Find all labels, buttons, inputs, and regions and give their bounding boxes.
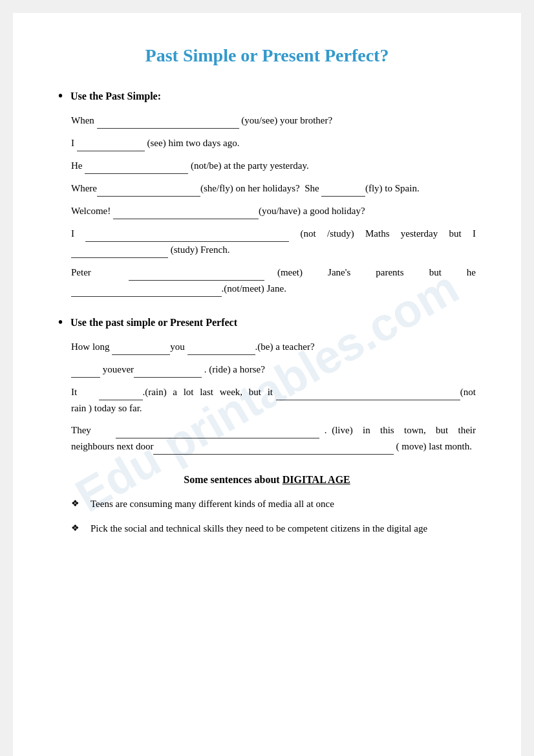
blank [97,113,239,129]
digital-title-text: Some sentences about [184,474,282,485]
list-item: When (you/see) your brother? [71,113,476,129]
list-item: Welcome! (you/have) a good holiday? [71,203,476,219]
list-item: It .(rain) a lot last week, but it (not … [71,384,476,416]
exercise-text: When (you/see) your brother? [71,113,476,129]
blank [99,384,143,400]
exercise-text: Peter (meet) Jane's parents but he .(not… [71,265,476,297]
exercise-text: Where (she/fly) on her holidays? She (fl… [71,180,476,197]
blank [71,362,100,378]
exercise-text: youever . (ride) a horse? [71,362,476,378]
list-item: youever . (ride) a horse? [71,362,476,378]
bullet-icon-2: • [58,315,63,330]
exercise-text: How long you .(be) a teacher? [71,339,476,355]
blank [276,384,460,400]
digital-title-underlined: DIGITAL AGE [283,474,350,485]
blank [97,180,200,197]
blank [153,438,393,455]
content: Past Simple or Present Perfect? • Use th… [58,45,476,537]
exercise-text: He (not/be) at the party yesterday. [71,158,476,174]
list-item: Pick the social and technical skills the… [78,521,476,537]
section-past-simple: • Use the Past Simple: When (you/see) yo… [58,89,476,297]
blank [321,180,365,197]
exercise-list-2: How long you .(be) a teacher? youever . … [58,339,476,455]
section-past-or-present: • Use the past simple or Present Perfect… [58,315,476,455]
list-item: They . (live) in this town, but their ne… [71,422,476,455]
exercise-text: They . (live) in this town, but their ne… [71,422,476,455]
section2-header: • Use the past simple or Present Perfect [58,315,476,330]
digital-item-2: Pick the social and technical skills the… [91,523,427,534]
blank [134,362,202,378]
diamond-list: Teens are consuming many different kinds… [58,496,476,537]
exercise-text: Welcome! (you/have) a good holiday? [71,203,476,219]
list-item: Teens are consuming many different kinds… [78,496,476,513]
bullet-icon: • [58,89,63,103]
blank [116,422,319,438]
blank [187,339,255,355]
blank [85,158,188,174]
digital-age-title: Some sentences about DIGITAL AGE [58,474,476,486]
exercise-text: I (not /study) Maths yesterday but I (st… [71,226,476,258]
digital-item-1: Teens are consuming many different kinds… [91,499,334,509]
blank [71,281,222,297]
exercise-text: It .(rain) a lot last week, but it (not … [71,384,476,416]
blank [85,226,289,242]
blank [71,242,168,258]
section1-label: Use the Past Simple: [70,91,161,102]
exercise-list-1: When (you/see) your brother? I (see) him… [58,113,476,297]
blank [129,265,264,281]
blank [112,339,170,355]
exercise-text: I (see) him two days ago. [71,135,476,151]
list-item: He (not/be) at the party yesterday. [71,158,476,174]
list-item: How long you .(be) a teacher? [71,339,476,355]
list-item: Peter (meet) Jane's parents but he .(not… [71,265,476,297]
list-item: I (see) him two days ago. [71,135,476,151]
section1-header: • Use the Past Simple: [58,89,476,103]
list-item: I (not /study) Maths yesterday but I (st… [71,226,476,258]
page: Edu printables.com Past Simple or Presen… [13,13,521,756]
list-item: Where (she/fly) on her holidays? She (fl… [71,180,476,197]
page-title: Past Simple or Present Perfect? [58,45,476,66]
blank [113,203,259,219]
blank [77,135,145,151]
digital-age-section: Some sentences about DIGITAL AGE Teens a… [58,474,476,537]
section2-label: Use the past simple or Present Perfect [70,317,237,329]
